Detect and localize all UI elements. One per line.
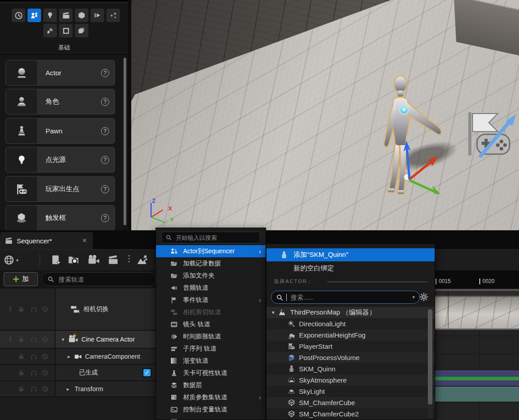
track-row-spawned[interactable]: 已生成 ✓ bbox=[0, 365, 156, 381]
help-icon[interactable]: ? bbox=[101, 127, 109, 135]
help-icon[interactable]: ? bbox=[101, 214, 109, 222]
help-icon[interactable]: ? bbox=[101, 98, 109, 106]
help-icon[interactable]: ? bbox=[101, 185, 109, 193]
track-search-input[interactable] bbox=[58, 275, 150, 283]
create-sequence-button[interactable] bbox=[51, 254, 62, 265]
track-row-cine-camera-actor[interactable]: ▾ Cine Camera Actor bbox=[0, 331, 156, 349]
menu-search-box[interactable] bbox=[161, 232, 260, 243]
menu-item-actor-to-sequencer[interactable]: Actor到Sequencer › bbox=[156, 245, 266, 257]
lock-icon[interactable] bbox=[18, 385, 25, 393]
visual-effects-tab[interactable] bbox=[106, 9, 120, 22]
close-icon[interactable]: × bbox=[83, 237, 87, 245]
spawned-checkbox[interactable]: ✓ bbox=[142, 368, 152, 377]
transform-gizmo[interactable] bbox=[384, 135, 447, 201]
menu-item-subsequence-track[interactable]: 子序列 轨道 bbox=[156, 342, 266, 355]
list-item-playerstart[interactable]: PlayerStart bbox=[266, 341, 435, 352]
actor-search-input[interactable] bbox=[290, 293, 409, 301]
actor-list-scrollbar-thumb[interactable] bbox=[428, 309, 432, 405]
submenu-item-new-empty-binding[interactable]: 新的空白绑定 bbox=[266, 262, 435, 274]
palette-item-character[interactable]: 角色 ? bbox=[5, 89, 115, 114]
more-options-icon[interactable]: ⋮ bbox=[125, 253, 133, 264]
menu-item-time-dilation-track[interactable]: 时间膨胀轨道 bbox=[156, 330, 266, 342]
mute-icon[interactable] bbox=[41, 336, 49, 343]
help-icon[interactable]: ? bbox=[101, 156, 109, 164]
chevron-down-icon[interactable]: ▾ bbox=[62, 337, 64, 342]
solo-headphones-icon[interactable] bbox=[30, 369, 37, 376]
curves-button[interactable] bbox=[136, 254, 148, 266]
submenu-item-add-skm-quinn[interactable]: 添加"SKM_Quinn" bbox=[266, 248, 435, 261]
create-camera-button[interactable] bbox=[87, 254, 100, 266]
list-item-skm-quinn[interactable]: SKM_Quinn bbox=[266, 363, 435, 374]
search-settings-gear-icon[interactable] bbox=[419, 292, 429, 302]
palette-item-point-light[interactable]: 点光源 ? bbox=[5, 147, 115, 173]
chevron-down-icon[interactable]: ▾ bbox=[272, 310, 275, 315]
lock-icon[interactable] bbox=[18, 336, 25, 343]
menu-item-load-recorded-data[interactable]: 加载记录数据 bbox=[156, 257, 266, 269]
palette-item-player-start[interactable]: 玩家出生点 ? bbox=[5, 176, 115, 202]
list-item-postprocessvolume[interactable]: PostProcessVolume bbox=[266, 352, 435, 363]
lights-tab[interactable] bbox=[43, 9, 57, 22]
media-tab[interactable] bbox=[91, 9, 104, 22]
list-item-sm-chamfercube2[interactable]: SM_ChamferCube2 bbox=[266, 408, 435, 420]
all-classes-tab[interactable] bbox=[75, 24, 88, 37]
list-item-exponentialheightfog[interactable]: ExponentialHeightFog bbox=[266, 329, 435, 341]
track-label-area[interactable]: ▸ Transform bbox=[55, 381, 156, 397]
chevron-right-icon[interactable]: ▸ bbox=[67, 386, 69, 392]
lock-icon[interactable] bbox=[18, 306, 25, 313]
menu-item-material-parameter-track[interactable]: 材质参数集轨道 › bbox=[156, 391, 266, 403]
menu-search-input[interactable] bbox=[175, 234, 256, 242]
chevron-down-icon[interactable]: ▾ bbox=[412, 294, 415, 300]
menu-item-data-layer[interactable]: 数据层 bbox=[156, 379, 266, 391]
menu-item-event-track[interactable]: 事件轨道 › bbox=[156, 294, 266, 306]
solo-headphones-icon[interactable] bbox=[30, 306, 37, 313]
menu-item-partial[interactable] bbox=[156, 415, 266, 420]
sequencer-tab[interactable]: Sequencer* × bbox=[0, 232, 93, 249]
solo-headphones-icon[interactable] bbox=[30, 353, 37, 360]
track-label-area[interactable]: ▾ Cine Camera Actor bbox=[55, 331, 156, 348]
lock-icon[interactable] bbox=[18, 369, 25, 376]
track-label-area[interactable]: ▸ CameraComponent bbox=[55, 349, 156, 364]
track-label-area[interactable]: 相机切换 bbox=[55, 288, 156, 330]
track-row-transform[interactable]: ▸ Transform bbox=[0, 381, 156, 397]
menu-item-shot-track[interactable]: 镜头 轨道 bbox=[156, 318, 266, 330]
mute-icon[interactable] bbox=[41, 306, 49, 313]
menu-item-level-visibility-track[interactable]: 关卡可视性轨道 bbox=[156, 367, 266, 379]
mute-icon[interactable] bbox=[41, 353, 49, 360]
actor-search-box[interactable]: ▾ bbox=[271, 291, 420, 304]
solo-headphones-icon[interactable] bbox=[30, 336, 37, 343]
viewport-3d[interactable]: Z X Y bbox=[131, 0, 519, 230]
list-item-sm-chamfercube[interactable]: SM_ChamferCube bbox=[266, 397, 435, 408]
mute-icon[interactable] bbox=[41, 385, 49, 393]
player-start-sprite[interactable] bbox=[463, 111, 519, 164]
help-icon[interactable]: ? bbox=[101, 69, 109, 77]
solo-headphones-icon[interactable] bbox=[30, 385, 37, 393]
track-row-camera-cuts[interactable]: 相机切换 bbox=[0, 288, 156, 331]
track-search-box[interactable] bbox=[41, 272, 156, 286]
palette-scrollbar-thumb[interactable] bbox=[124, 58, 126, 225]
list-item-skyatmosphere[interactable]: SkyAtmosphere bbox=[266, 374, 435, 386]
menu-item-fade-track[interactable]: 渐变轨道 bbox=[156, 355, 266, 367]
chevron-right-icon[interactable]: ▸ bbox=[68, 354, 70, 360]
cinematic-tab[interactable] bbox=[59, 9, 73, 22]
curve-editor-dropdown[interactable]: ▾ bbox=[4, 254, 25, 266]
palette-item-pawn[interactable]: Pawn ? bbox=[5, 118, 115, 144]
palette-item-trigger-box[interactable]: 触发框 ? bbox=[5, 205, 115, 231]
mute-icon[interactable] bbox=[41, 369, 49, 376]
track-row-camera-component[interactable]: ▸ CameraComponent bbox=[0, 349, 156, 365]
lock-icon[interactable] bbox=[18, 353, 25, 360]
panel-divider[interactable] bbox=[128, 0, 131, 230]
menu-item-console-variable-track[interactable]: 控制台变量轨道 bbox=[156, 403, 266, 415]
shapes-tab[interactable] bbox=[59, 24, 73, 37]
pin-icon[interactable] bbox=[7, 336, 14, 343]
geometry-tab[interactable] bbox=[43, 24, 57, 37]
render-movie-button[interactable] bbox=[107, 254, 119, 266]
recently-placed-tab[interactable] bbox=[12, 9, 25, 22]
list-item-skylight[interactable]: SkyLight bbox=[266, 386, 435, 397]
pin-icon[interactable] bbox=[7, 306, 14, 313]
basic-tab[interactable] bbox=[28, 9, 41, 22]
volumes-tab[interactable] bbox=[75, 9, 88, 22]
palette-item-actor[interactable]: Actor ? bbox=[5, 60, 115, 86]
menu-item-add-folder[interactable]: 添加文件夹 bbox=[156, 269, 266, 282]
track-label-area[interactable]: 已生成 ✓ bbox=[55, 365, 156, 380]
list-header-thirdpersonmap[interactable]: ▾ ThirdPersonMap （编辑器） bbox=[266, 307, 435, 318]
